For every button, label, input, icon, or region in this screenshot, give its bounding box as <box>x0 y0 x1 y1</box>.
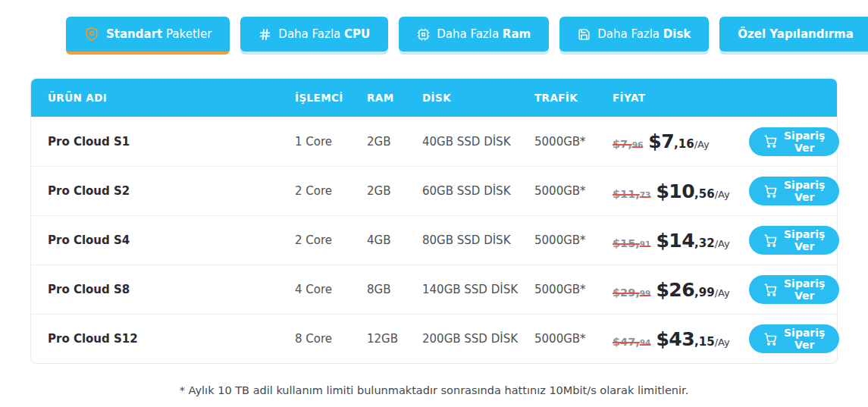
price-period: /Ay <box>715 287 730 299</box>
price-period: /Ay <box>715 189 730 200</box>
order-button-label: Sipariş Ver <box>784 179 825 203</box>
tab-label: Daha Fazla CPU <box>278 27 370 41</box>
price-period: /Ay <box>715 238 730 249</box>
ram-value: 8GB <box>367 283 422 296</box>
ram-value: 2GB <box>367 135 422 149</box>
product-name: Pro Cloud S1 <box>48 135 295 149</box>
cpu-value: 8 Core <box>295 332 367 346</box>
order-cell: Sipariş Ver <box>749 275 839 304</box>
floppy-icon <box>578 28 591 41</box>
old-price: $47,94 <box>613 336 650 348</box>
old-price: $11,73 <box>613 188 650 200</box>
current-price: $14,32/Ay <box>656 230 729 252</box>
header-price: FİYAT <box>613 92 749 104</box>
ram-value: 2GB <box>367 184 422 198</box>
traffic-value: 5000GB* <box>534 283 613 296</box>
disk-value: 140GB SSD DİSK <box>422 283 534 296</box>
tab-standart-paketler[interactable]: Standart Paketler <box>66 17 230 55</box>
header-cpu: İŞLEMCİ <box>295 92 367 104</box>
current-price: $43,15/Ay <box>656 328 729 350</box>
traffic-value: 5000GB* <box>534 332 613 346</box>
table-row: Pro Cloud S4 2 Core 4GB 80GB SSD DİSK 50… <box>31 215 837 265</box>
order-button[interactable]: Sipariş Ver <box>749 226 839 255</box>
table-row: Pro Cloud S1 1 Core 2GB 40GB SSD DİSK 50… <box>31 117 837 166</box>
traffic-value: 5000GB* <box>534 233 613 247</box>
old-price: $29,99 <box>613 286 650 299</box>
cpu-value: 1 Core <box>295 135 367 149</box>
disk-value: 40GB SSD DİSK <box>422 135 534 149</box>
order-button-label: Sipariş Ver <box>784 228 825 252</box>
tab-label: Özel Yapılandırma <box>738 27 853 41</box>
cart-icon <box>763 283 778 297</box>
cpu-value: 2 Core <box>295 184 367 198</box>
cart-icon <box>763 233 778 248</box>
order-button-label: Sipariş Ver <box>784 130 825 154</box>
package-tabs: Standart PaketlerDaha Fazla CPUDaha Fazl… <box>66 17 868 55</box>
pricing-table: ÜRÜN ADI İŞLEMCİ RAM DİSK TRAFİK FİYAT P… <box>30 78 838 364</box>
price-group: $7,96 $7,16/Ay <box>613 130 749 152</box>
price-group: $29,99 $26,99/Ay <box>613 279 749 301</box>
product-name: Pro Cloud S12 <box>48 332 295 346</box>
traffic-value: 5000GB* <box>534 184 613 198</box>
price-group: $47,94 $43,15/Ay <box>613 328 749 350</box>
hash-icon <box>259 28 271 41</box>
order-button-label: Sipariş Ver <box>784 277 825 302</box>
current-price: $7,16/Ay <box>648 130 709 152</box>
order-cell: Sipariş Ver <box>749 226 839 255</box>
table-row: Pro Cloud S8 4 Core 8GB 140GB SSD DİSK 5… <box>31 265 837 314</box>
shield-icon <box>84 27 99 42</box>
order-button[interactable]: Sipariş Ver <box>749 177 839 205</box>
cpu-value: 4 Core <box>295 283 367 296</box>
tab-label: Daha Fazla Ram <box>437 27 531 41</box>
tab-daha-fazla-ram[interactable]: Daha Fazla Ram <box>399 17 549 52</box>
table-row: Pro Cloud S12 8 Core 12GB 200GB SSD DİSK… <box>31 314 837 363</box>
disk-value: 60GB SSD DİSK <box>422 184 534 198</box>
price-period: /Ay <box>694 139 710 150</box>
ram-value: 4GB <box>367 233 422 247</box>
cart-icon <box>763 184 778 199</box>
header-disk: DİSK <box>422 92 534 104</box>
order-button[interactable]: Sipariş Ver <box>749 324 839 353</box>
fair-use-note: * Aylık 10 TB adil kullanım limiti bulun… <box>0 384 868 396</box>
traffic-value: 5000GB* <box>534 135 613 149</box>
cart-icon <box>763 332 778 346</box>
table-row: Pro Cloud S2 2 Core 2GB 60GB SSD DİSK 50… <box>31 166 837 215</box>
product-name: Pro Cloud S2 <box>48 184 295 198</box>
disk-value: 80GB SSD DİSK <box>422 233 534 247</box>
current-price: $26,99/Ay <box>656 279 729 301</box>
chip-icon <box>417 28 430 41</box>
price-group: $11,73 $10,56/Ay <box>613 180 749 202</box>
product-name: Pro Cloud S8 <box>48 283 295 296</box>
table-header-row: ÜRÜN ADI İŞLEMCİ RAM DİSK TRAFİK FİYAT <box>31 79 837 117</box>
tab-label: Standart Paketler <box>106 27 212 41</box>
order-cell: Sipariş Ver <box>749 127 839 156</box>
old-price: $7,96 <box>613 138 643 150</box>
price-period: /Ay <box>715 337 730 348</box>
ram-value: 12GB <box>367 332 422 346</box>
order-cell: Sipariş Ver <box>749 177 839 205</box>
cpu-value: 2 Core <box>295 233 367 247</box>
header-product: ÜRÜN ADI <box>48 92 295 104</box>
disk-value: 200GB SSD DİSK <box>422 332 534 346</box>
order-button[interactable]: Sipariş Ver <box>749 275 839 304</box>
current-price: $10,56/Ay <box>656 180 729 202</box>
old-price: $15,91 <box>613 237 650 249</box>
price-group: $15,91 $14,32/Ay <box>613 230 749 252</box>
header-ram: RAM <box>367 92 422 104</box>
tab--zel-yap-land-rma[interactable]: Özel Yapılandırma <box>719 17 868 52</box>
tab-daha-fazla-disk[interactable]: Daha Fazla Disk <box>559 17 709 52</box>
order-cell: Sipariş Ver <box>749 324 839 353</box>
tab-daha-fazla-cpu[interactable]: Daha Fazla CPU <box>240 17 388 52</box>
order-button-label: Sipariş Ver <box>784 327 825 351</box>
cart-icon <box>763 134 778 149</box>
header-traffic: TRAFİK <box>534 92 613 104</box>
order-button[interactable]: Sipariş Ver <box>749 127 839 156</box>
tab-label: Daha Fazla Disk <box>597 27 691 41</box>
product-name: Pro Cloud S4 <box>48 233 295 247</box>
